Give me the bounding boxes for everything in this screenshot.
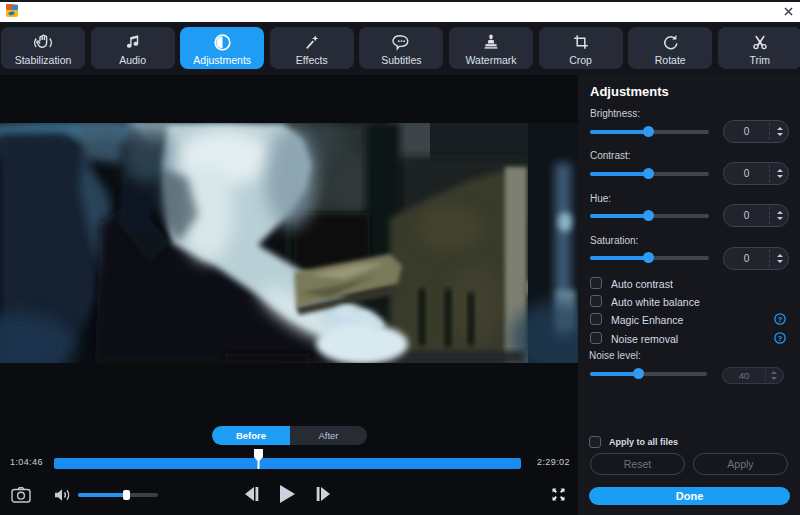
svg-text:?: ? xyxy=(778,315,783,324)
svg-text:?: ? xyxy=(778,334,783,343)
